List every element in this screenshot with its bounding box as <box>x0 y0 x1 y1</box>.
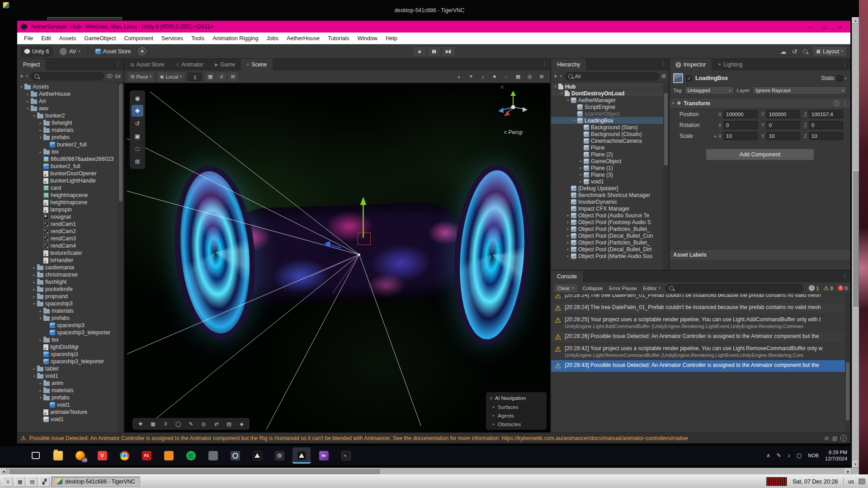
tab-hierarchy[interactable]: Hierarchy <box>551 59 586 70</box>
tab-scene[interactable]: #Scene <box>241 59 273 70</box>
project-item-art[interactable]: ▸Art <box>17 98 123 105</box>
panel-menu-icon[interactable]: ⋮ <box>660 61 666 67</box>
hierarchy-item-scriptengine[interactable]: ScriptEngine <box>551 103 669 110</box>
expand-arrow-icon[interactable]: ▸ <box>25 99 30 103</box>
tag-dropdown[interactable]: Untagged ▾ <box>684 86 734 94</box>
project-item-prefabs[interactable]: ▾prefabs <box>17 394 123 401</box>
project-item-bunker2-full[interactable]: bunker2_full <box>17 141 123 148</box>
project-item-spaceship3-teleporter[interactable]: spaceship3_teleporter <box>17 329 123 336</box>
panel-menu-icon[interactable]: ⋮ <box>542 61 547 67</box>
tab-animator[interactable]: ◇Animator <box>170 59 209 70</box>
console-entry[interactable]: ⚠[20:28:24] The tree DatePalm_01_Prefab … <box>551 294 850 302</box>
orientation-gizmo[interactable]: < Persp <box>492 88 534 136</box>
create-asset-button[interactable]: + <box>20 73 24 80</box>
app-gear-app[interactable]: ⚙ <box>270 447 288 464</box>
camera-icon[interactable]: ◎ <box>525 72 535 81</box>
expand-arrow-icon[interactable]: ▸ <box>566 220 571 224</box>
project-item-bunkerlighthandle[interactable]: bunkerLightHandle <box>17 177 123 184</box>
app-gray-app[interactable] <box>204 447 222 464</box>
project-item-texturescaler[interactable]: textureScaler <box>17 249 123 257</box>
activity-icon[interactable]: ▤ <box>832 435 837 441</box>
vnc-vertical-scrollbar[interactable]: ▲ ▼ <box>852 17 859 468</box>
compass-overlay-icon[interactable]: ◈ <box>236 419 247 429</box>
scene-picker-icon[interactable]: ⊞ <box>662 73 666 79</box>
help-icon[interactable]: ? <box>834 100 840 106</box>
project-item-rendcam3[interactable]: rendCam3 <box>17 235 123 242</box>
status-bar[interactable]: ⚠ Possible Issue Detected: An Animator C… <box>17 432 850 443</box>
hierarchy-item-object-pool-decal-bullet-dirt[interactable]: ▸Object Pool (Decal_Bullet_Dirt <box>551 246 669 253</box>
project-item-rendcam2[interactable]: rendCam2 <box>17 228 123 235</box>
expand-arrow-icon[interactable]: ▸ <box>566 247 571 251</box>
host-desktop-button[interactable]: ▤ <box>27 477 38 487</box>
status-message[interactable]: Possible Issue Detected: An Animator Con… <box>29 435 821 441</box>
collapse-arrow-icon[interactable]: ▾ <box>32 374 37 378</box>
project-item-castlemania[interactable]: ▸castlemania <box>17 264 123 271</box>
expand-arrow-icon[interactable]: ▸ <box>578 159 583 163</box>
expand-arrow-icon[interactable]: ▸ <box>38 150 43 154</box>
vnc-task-button[interactable]: desktop-541c686 - TigerVNC <box>52 477 140 487</box>
static-checkbox[interactable] <box>837 75 843 81</box>
view-tool[interactable]: ◉ <box>132 92 143 104</box>
menu-file[interactable]: File <box>20 33 37 44</box>
lighting-toggle-icon[interactable]: ☀ <box>466 72 476 81</box>
project-item-bunker2-full[interactable]: bunker2_full <box>17 163 123 170</box>
expand-arrow-icon[interactable]: ▸ <box>566 240 571 244</box>
expand-arrow-icon[interactable]: ▸ <box>38 121 43 125</box>
vnc-horizontal-scrollbar[interactable]: ◀ ▶ <box>0 468 852 474</box>
project-item-tvhandler[interactable]: tvHandler <box>17 257 123 264</box>
position-z-field[interactable]: 100157.4 <box>809 110 843 118</box>
collapse-arrow-icon[interactable]: ▾ <box>38 396 43 400</box>
hierarchy-item-background-clouds[interactable]: Background (Clouds) <box>551 131 669 137</box>
pause-button[interactable]: ▮▮ <box>427 47 441 56</box>
grid-toggle-icon[interactable]: ▦ <box>513 72 523 81</box>
menu-assets[interactable]: Assets <box>55 33 80 44</box>
hierarchy-item-object-pool-marble-audio-sou[interactable]: ▸Object Pool (Marble Audio Sou <box>551 253 669 259</box>
expand-arrow-icon[interactable]: ▸ <box>578 179 583 183</box>
hierarchy-item-object-pool-decal-bullet-con[interactable]: ▸Object Pool (Decal_Bullet_Con <box>551 232 669 239</box>
rotation-z-field[interactable]: 0 <box>809 121 843 129</box>
console-entry[interactable]: ⚠[20:28:26] Possible Issue Detected: An … <box>551 331 850 343</box>
x-server-app[interactable] <box>160 447 178 464</box>
volume-icon[interactable]: ♪ <box>788 452 790 459</box>
history-icon[interactable]: ↺ <box>792 48 797 55</box>
vivaldi-app[interactable]: V <box>93 447 111 464</box>
drag-handle-icon[interactable]: ≡ <box>490 395 493 401</box>
play-button[interactable]: ■ <box>413 47 426 56</box>
hierarchy-item-object-pool-particles-bullet[interactable]: ▸Object Pool (Particles_Bullet_ <box>551 239 669 246</box>
file-explorer-app[interactable] <box>49 447 67 464</box>
collapse-arrow-icon[interactable]: ▾ <box>19 85 24 89</box>
cpu-monitor[interactable] <box>766 477 787 486</box>
menu-edit[interactable]: Edit <box>37 33 55 44</box>
filezilla-app[interactable]: Fz <box>137 447 156 464</box>
persp-label[interactable]: < Persp <box>492 129 534 136</box>
close-button[interactable]: × <box>833 23 847 30</box>
pen-icon[interactable]: ✎ <box>777 452 781 459</box>
foldout-arrow-icon[interactable]: ▾ <box>672 101 674 105</box>
collapse-toggle[interactable]: Collapse <box>581 286 604 291</box>
spotify-app[interactable] <box>182 447 200 464</box>
active-checkbox[interactable]: ✓ <box>686 75 692 81</box>
tab-inspector[interactable]: i Inspector <box>670 59 712 70</box>
project-item-materials[interactable]: ▸materials <box>17 307 123 314</box>
chrome-app[interactable] <box>115 447 133 464</box>
hierarchy-item-scannerobject[interactable]: scannerObject <box>551 110 669 117</box>
project-item-materials[interactable]: ▸materials <box>17 387 123 394</box>
scroll-left-icon[interactable]: ◀ <box>0 468 7 474</box>
project-item-prefabs[interactable]: ▾prefabs <box>17 134 123 141</box>
scroll-up-icon[interactable]: ▲ <box>852 17 859 24</box>
create-object-button[interactable]: + <box>554 73 557 80</box>
hierarchy-item-plane[interactable]: Plane <box>551 144 669 151</box>
rect-tool[interactable]: □ <box>132 143 143 155</box>
rotate-tool[interactable]: ↺ <box>132 117 143 129</box>
project-item-nosignal[interactable]: nosignal <box>17 213 123 221</box>
draw-mode-icon[interactable]: ◐ <box>454 72 464 81</box>
panel-menu-icon[interactable]: ⋮ <box>842 273 848 279</box>
host-theme-button[interactable]: ▞ <box>39 477 50 487</box>
expand-arrow-icon[interactable]: ▸ <box>32 266 37 270</box>
tray-chevron-icon[interactable]: ∧ <box>766 452 770 459</box>
project-item-void1[interactable]: void1 <box>17 401 123 408</box>
project-item-tablet[interactable]: ▸tablet <box>17 365 123 372</box>
expand-arrow-icon[interactable]: ▸ <box>32 295 37 299</box>
project-item-card[interactable]: card <box>17 184 123 192</box>
project-item-bunker2[interactable]: ▾bunker2 <box>17 112 123 119</box>
